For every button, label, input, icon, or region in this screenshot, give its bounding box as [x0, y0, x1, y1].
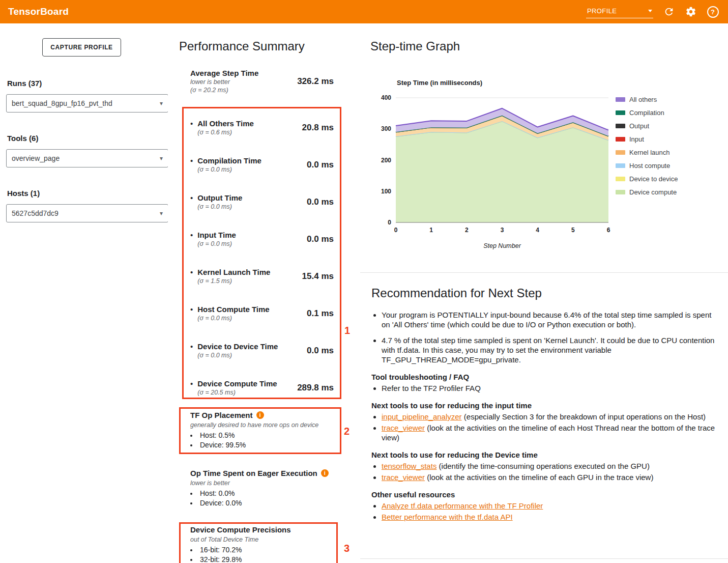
- legend-label: Host compute: [629, 162, 670, 170]
- tools-dropdown-value: overview_page: [12, 154, 60, 162]
- section-list: Refer to the TF2 Profiler FAQ: [371, 383, 721, 393]
- recommendation-item: 4.7 % of the total step time sampled is …: [382, 335, 721, 364]
- recommendation-content: Your program is POTENTIALLY input-bound …: [371, 304, 721, 523]
- metric-sigma: (σ = 0.0 ms): [197, 240, 236, 248]
- legend-swatch: [616, 110, 625, 115]
- legend-item-kernel-launch: Kernel launch: [616, 149, 678, 156]
- recommendation-item: input_pipeline_analyzer (especially Sect…: [382, 412, 721, 421]
- tools-dropdown[interactable]: overview_page ▾: [6, 149, 168, 167]
- hosts-dropdown-value: 5627c5dd7dc9: [12, 209, 59, 217]
- metric-value: 0.0 ms: [307, 234, 334, 244]
- metric-label: Input Time: [197, 230, 236, 240]
- capture-profile-button[interactable]: CAPTURE PROFILE: [42, 38, 121, 57]
- section-list: Analyze tf.data performance with the TF …: [371, 501, 721, 522]
- link-analyze-tf-data-performance-with-the-tf-profiler[interactable]: Analyze tf.data performance with the TF …: [382, 501, 543, 510]
- bullet-dot: •: [190, 156, 193, 165]
- dashboard-selector-value: PROFILE: [587, 7, 617, 15]
- metric-sigma: (σ = 0.0 ms): [197, 203, 242, 211]
- header-actions: PROFILE ?: [586, 6, 719, 18]
- average-step-time-value: 326.2 ms: [297, 76, 334, 87]
- chart-x-axis-label: Step Number: [483, 242, 521, 249]
- link-tensorflow-stats[interactable]: tensorflow_stats: [382, 462, 436, 470]
- metric-value: 0.0 ms: [307, 160, 334, 170]
- sidebar: CAPTURE PROFILE Runs (37) bert_squad_8gp…: [0, 23, 168, 563]
- runs-label: Runs (37): [7, 79, 42, 88]
- metric-label: Kernel Launch Time: [197, 267, 270, 277]
- metric-label: Output Time: [197, 193, 242, 203]
- link-trace-viewer[interactable]: trace_viewer: [382, 473, 425, 482]
- legend-item-output: Output: [616, 122, 678, 130]
- link-input-pipeline-analyzer[interactable]: input_pipeline_analyzer: [382, 412, 462, 421]
- runs-dropdown[interactable]: bert_squad_8gpu_fp16_pvt_thd ▾: [6, 94, 168, 112]
- svg-text:400: 400: [381, 94, 391, 101]
- eager-execution: Op Time Spent on Eager Execution i lower…: [183, 468, 334, 508]
- link-trace-viewer[interactable]: trace_viewer: [382, 424, 425, 432]
- bullet-dot: •: [190, 342, 193, 351]
- list-item: Device: 0.0%: [190, 498, 334, 508]
- bullet-dot: •: [190, 119, 193, 128]
- gear-icon: [685, 6, 696, 17]
- chevron-down-icon: [648, 10, 652, 12]
- info-icon[interactable]: i: [256, 411, 264, 419]
- step-time-breakdown: •All Others Time(σ = 0.6 ms)20.8 ms•Comp…: [190, 109, 334, 406]
- svg-text:1: 1: [429, 227, 433, 234]
- legend-label: All others: [629, 96, 657, 103]
- recommendation-item: Better performance with the tf.data API: [382, 512, 721, 522]
- bullet-dot: •: [190, 379, 193, 388]
- recommendation-item: trace_viewer (look at the activities on …: [382, 472, 721, 482]
- average-step-time-note: lower is better: [190, 78, 297, 86]
- legend-label: Compilation: [629, 109, 664, 117]
- step-time-chart: 01002003004000123456Step Number: [376, 92, 616, 255]
- legend-swatch: [616, 97, 625, 102]
- list-item: 16-bit: 70.2%: [190, 545, 334, 555]
- tf-op-placement-list: Host: 0.5%Device: 99.5%: [183, 431, 334, 450]
- legend-swatch: [616, 177, 625, 181]
- eager-execution-note: lower is better: [190, 479, 334, 487]
- recommendation-title: Recommendation for Next Step: [371, 286, 542, 300]
- step-time-graph-title: Step-time Graph: [370, 39, 460, 53]
- recommendation-item: trace_viewer (look at the activities on …: [382, 423, 721, 442]
- dashboard-selector[interactable]: PROFILE: [586, 6, 653, 18]
- legend-label: Kernel launch: [629, 149, 670, 156]
- recommendation-item: Your program is POTENTIALLY input-bound …: [382, 310, 721, 329]
- tf-op-placement: TF Op Placement i generally desired to h…: [183, 410, 334, 450]
- section-heading: Other useful resources: [371, 490, 721, 499]
- svg-text:6: 6: [607, 227, 610, 234]
- metric-label: Compilation Time: [197, 156, 261, 165]
- metric-row: •Device Compute Time(σ = 20.5 ms)289.8 m…: [190, 369, 334, 406]
- chart-title: Step Time (in milliseconds): [397, 79, 482, 87]
- average-step-time-label: Average Step Time: [190, 68, 297, 78]
- svg-text:200: 200: [381, 157, 391, 164]
- settings-button[interactable]: [685, 6, 697, 18]
- section-heading: Next tools to use for reducing the input…: [371, 401, 721, 410]
- metric-sigma: (σ = 0.6 ms): [197, 128, 254, 136]
- recommendation-text: Refer to the TF2 Profiler FAQ: [382, 384, 481, 392]
- svg-text:0: 0: [388, 219, 391, 226]
- refresh-icon: [663, 6, 675, 17]
- metric-label: Device to Device Time: [197, 342, 278, 351]
- help-button[interactable]: ?: [707, 6, 719, 18]
- svg-text:2: 2: [465, 227, 469, 234]
- legend-swatch: [616, 124, 625, 128]
- device-compute-precisions-list: 16-bit: 70.2%32-bit: 29.8%: [183, 545, 334, 563]
- metric-sigma: (σ = 1.5 ms): [197, 277, 270, 285]
- legend-swatch: [616, 137, 625, 142]
- bullet-dot: •: [190, 193, 193, 203]
- main-panel: Step-time Graph Step Time (in millisecon…: [360, 23, 728, 563]
- legend-label: Output: [629, 122, 649, 130]
- hosts-dropdown[interactable]: 5627c5dd7dc9 ▾: [6, 204, 168, 222]
- legend-swatch: [616, 190, 625, 194]
- link-better-performance-with-the-tf-data-api[interactable]: Better performance with the tf.data API: [382, 513, 513, 521]
- panel-bottom-border: [360, 558, 728, 559]
- section-heading: Next tools to use for reducing the Devic…: [371, 450, 721, 460]
- refresh-button[interactable]: [663, 6, 675, 18]
- metric-sigma: (σ = 20.5 ms): [197, 388, 277, 397]
- metric-sigma: (σ = 0.0 ms): [197, 351, 278, 359]
- average-step-time: Average Step Time lower is better (σ = 2…: [190, 68, 334, 94]
- recommendation-item: Refer to the TF2 Profiler FAQ: [382, 383, 721, 393]
- list-item: Host: 0.5%: [190, 431, 334, 440]
- legend-label: Device compute: [629, 188, 677, 196]
- info-icon[interactable]: i: [321, 469, 329, 477]
- metric-row: •Output Time(σ = 0.0 ms)0.0 ms: [190, 183, 334, 220]
- legend-item-device-to-device: Device to device: [616, 175, 678, 183]
